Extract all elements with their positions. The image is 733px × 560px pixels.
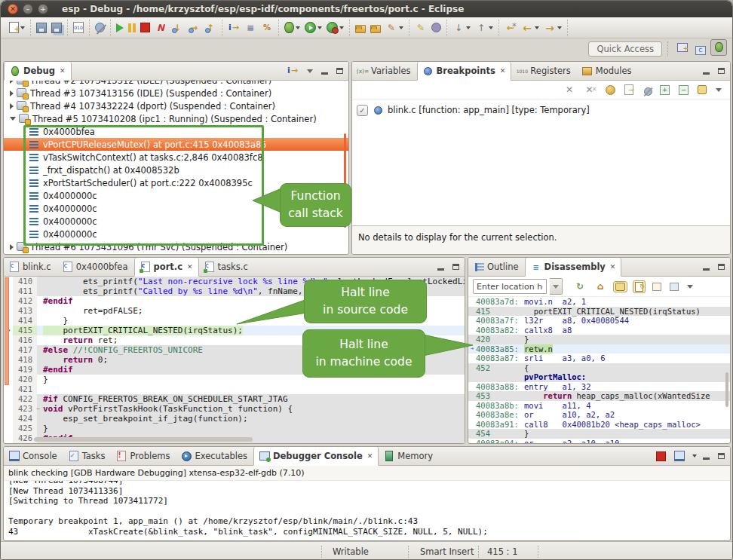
open-element-icon[interactable]: [354, 22, 367, 34]
expander-collapsed-icon[interactable]: [10, 90, 14, 96]
disassembly-scrollbar[interactable]: [725, 372, 728, 407]
dropdown-caret-icon[interactable]: [489, 26, 493, 29]
close-tab-icon[interactable]: [187, 263, 193, 271]
thread-row[interactable]: Thread #4 1073432224 (dport) (Suspended …: [4, 99, 348, 112]
goto-file-icon[interactable]: [623, 84, 635, 96]
tab-modules[interactable]: Modules: [577, 62, 638, 80]
search-icon[interactable]: [384, 21, 405, 35]
disassembly-row[interactable]: 453 return heap_caps_malloc(xWantedSize: [468, 391, 730, 401]
line-number[interactable]: 411: [13, 286, 37, 296]
tab-tasks-c[interactable]: tasks.c: [199, 258, 254, 276]
terminate-console-icon[interactable]: [655, 451, 667, 462]
halt-instruction-row[interactable]: ➔40083a85:retw.n: [468, 344, 730, 354]
skip-bp-icon[interactable]: [94, 22, 106, 33]
remove-bp-icon[interactable]: [562, 83, 577, 96]
tab-0x4000bfea[interactable]: 0x4000bfea: [57, 258, 134, 276]
minimize-icon[interactable]: [701, 263, 711, 271]
window-close-icon[interactable]: ✕: [8, 4, 18, 14]
stack-frame-row[interactable]: vPortCPUReleaseMutex() at port.c:415 0x4…: [4, 138, 348, 151]
titlebar[interactable]: ✕ – + esp - Debug - /home/krzysztof/esp/…: [1, 1, 732, 17]
run-launch-icon[interactable]: [303, 21, 324, 34]
open-resource-icon[interactable]: [369, 22, 382, 34]
filters-gear-icon[interactable]: [430, 22, 443, 33]
line-number[interactable]: 414: [13, 316, 37, 326]
thread-row[interactable]: Thread #3 1073413156 (IDLE) (Suspended :…: [4, 87, 348, 99]
disassembly-row[interactable]: 40083a7d:movi.n a2, 1: [468, 297, 730, 307]
show-bp-target-icon[interactable]: [604, 84, 617, 96]
disassembly-row[interactable]: 40083a7f:l32r a8, 0x40080544: [468, 316, 730, 326]
disassembly-row[interactable]: pvPortMalloc:: [468, 372, 730, 382]
line-number[interactable]: 412: [13, 296, 37, 306]
thread-row[interactable]: Thread #5 1073410208 (ipc1 : Running) (S…: [4, 112, 348, 125]
forward-icon[interactable]: [542, 21, 563, 35]
console-output[interactable]: [New Thread 1073468744][New Thread 10734…: [4, 481, 730, 538]
code-line[interactable]: 424 esp_set_breakpoint_if_jtag(function)…: [4, 414, 465, 424]
ext-tools-icon[interactable]: [325, 21, 345, 34]
istep-icon[interactable]: [226, 21, 241, 35]
disassembly-row[interactable]: 454}: [468, 429, 730, 439]
maximize-icon[interactable]: [716, 67, 726, 75]
tab-outline[interactable]: Outline: [468, 258, 525, 276]
new-view-icon[interactable]: [651, 282, 663, 292]
tab-console[interactable]: Console: [4, 447, 63, 465]
dropdown-caret-icon[interactable]: [339, 26, 344, 29]
maximize-icon[interactable]: [335, 67, 345, 75]
disassembly-row[interactable]: 40083a82:callx8 a8: [468, 326, 730, 335]
code-line[interactable]: 423void vPortFirstTaskHook(TaskFunction_…: [4, 404, 465, 414]
line-number[interactable]: 419: [13, 365, 37, 375]
minimize-icon[interactable]: [701, 452, 711, 461]
code-line[interactable]: 422#if CONFIG_FREERTOS_BREAK_ON_SCHEDULE…: [4, 394, 465, 404]
quick-access-button[interactable]: Quick Access: [588, 41, 662, 57]
skip-all-bp-icon[interactable]: [641, 85, 652, 95]
line-number[interactable]: 413: [13, 306, 37, 316]
mark-occurrences-icon[interactable]: [413, 21, 428, 35]
display-console-icon[interactable]: [673, 450, 686, 462]
disassembly-row[interactable]: 40083a88:entry a1, 32: [468, 382, 730, 392]
code-line[interactable]: 425}: [4, 424, 465, 433]
line-number[interactable]: 422: [13, 394, 37, 404]
tab-debug[interactable]: Debug: [4, 62, 72, 81]
new-icon[interactable]: [8, 21, 26, 34]
line-number[interactable]: 421: [13, 384, 37, 394]
save-icon[interactable]: [35, 22, 48, 34]
close-tab-icon[interactable]: [610, 263, 616, 271]
next-annotation-icon[interactable]: [451, 21, 472, 35]
disassembly-row[interactable]: 415 portEXIT_CRITICAL_NESTED(irqStatus): [468, 307, 730, 317]
dropdown-caret-icon[interactable]: [466, 26, 471, 29]
tab-problems[interactable]: Problems: [111, 447, 176, 465]
expander-collapsed-icon[interactable]: [10, 103, 14, 109]
breakpoint-item[interactable]: blink.c [function: app_main] [type: Temp…: [352, 99, 730, 121]
tab-executables[interactable]: Executables: [176, 447, 253, 465]
expand-all-icon[interactable]: [658, 84, 671, 96]
back-icon[interactable]: [520, 21, 541, 35]
istep-icon[interactable]: [285, 64, 300, 78]
minimize-icon[interactable]: [436, 263, 446, 271]
stack-frame-row[interactable]: 0x4000bfea: [4, 125, 348, 138]
window-maximize-icon[interactable]: +: [38, 4, 48, 14]
line-number[interactable]: 417: [13, 345, 37, 355]
debug-call-stack-tree[interactable]: Thread #2 1073413312 (IDLE) (Suspended :…: [4, 81, 348, 254]
maximize-icon[interactable]: [451, 263, 461, 271]
disassembly-row[interactable]: 40083a8e:or a10, a2, a2: [468, 410, 730, 420]
disassembly-listing[interactable]: 40083a7d:movi.n a2, 1415 portEXIT_CRITIC…: [468, 297, 730, 443]
step-return-icon[interactable]: [203, 21, 218, 35]
remove-all-bp-icon[interactable]: [583, 83, 598, 96]
dropdown-caret-icon[interactable]: [296, 26, 300, 29]
tab-registers[interactable]: Registers: [511, 62, 576, 80]
open-perspective-icon[interactable]: [674, 39, 691, 56]
maximize-icon[interactable]: [716, 263, 726, 271]
step-over-icon[interactable]: [186, 21, 201, 35]
show-source-icon[interactable]: [633, 280, 646, 293]
dropdown-caret-icon[interactable]: [692, 454, 697, 457]
disassembly-row[interactable]: 452{: [468, 363, 730, 373]
resume-icon[interactable]: [115, 23, 125, 33]
binary-icon[interactable]: [72, 21, 85, 34]
close-tab-icon[interactable]: [367, 452, 373, 460]
line-number[interactable]: 424: [13, 414, 37, 424]
collapse-all-icon[interactable]: [677, 84, 690, 96]
tab-variables[interactable]: Variables: [352, 62, 417, 80]
step-filters-icon[interactable]: [259, 21, 274, 35]
view-menu-icon[interactable]: [685, 284, 695, 289]
close-tab-icon[interactable]: [500, 67, 506, 75]
home-icon[interactable]: [593, 280, 608, 293]
